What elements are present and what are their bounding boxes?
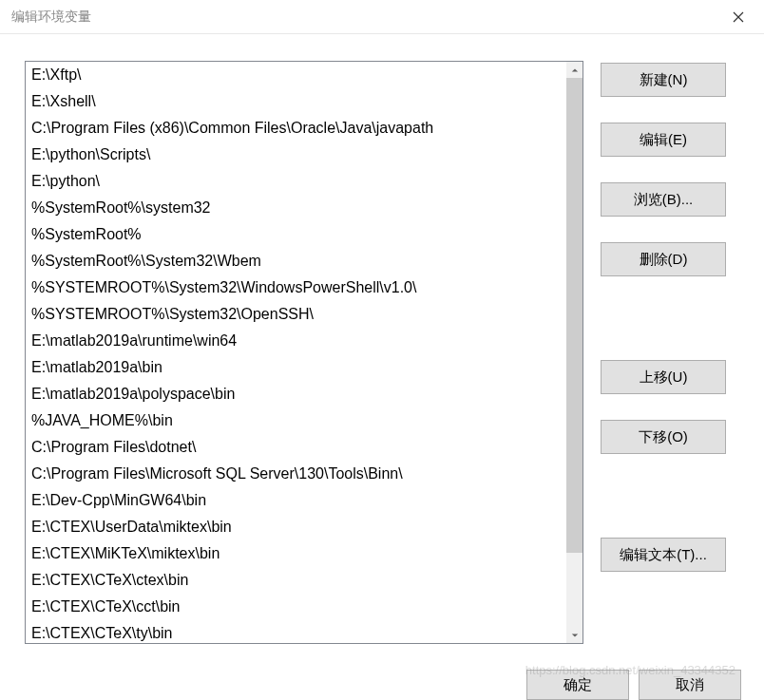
- list-item[interactable]: E:\CTEX\MiKTeX\miktex\bin: [26, 540, 566, 567]
- list-item[interactable]: E:\CTEX\CTeX\ty\bin: [26, 620, 566, 643]
- list-item[interactable]: C:\Program Files (x86)\Common Files\Orac…: [26, 115, 566, 142]
- list-item[interactable]: %JAVA_HOME%\bin: [26, 407, 566, 434]
- list-item[interactable]: E:\matlab2019a\runtime\win64: [26, 328, 566, 354]
- ok-button[interactable]: 确定: [526, 670, 629, 700]
- edit-button[interactable]: 编辑(E): [601, 123, 726, 157]
- scrollbar-thumb[interactable]: [566, 78, 583, 553]
- list-item[interactable]: C:\Program Files\dotnet\: [26, 434, 566, 461]
- list-item[interactable]: C:\Program Files\Microsoft SQL Server\13…: [26, 461, 566, 487]
- dialog-title: 编辑环境变量: [11, 9, 91, 26]
- list-item[interactable]: E:\Xftp\: [26, 62, 566, 88]
- cancel-button[interactable]: 取消: [639, 670, 741, 700]
- list-item[interactable]: E:\matlab2019a\bin: [26, 354, 566, 381]
- list-item[interactable]: %SystemRoot%\system32: [26, 195, 566, 221]
- path-listbox[interactable]: E:\Xftp\E:\Xshell\C:\Program Files (x86)…: [25, 61, 583, 644]
- move-down-button[interactable]: 下移(O): [601, 420, 726, 454]
- list-item[interactable]: E:\CTEX\CTeX\ctex\bin: [26, 567, 566, 594]
- move-up-button[interactable]: 上移(U): [601, 360, 726, 394]
- list-item[interactable]: %SYSTEMROOT%\System32\OpenSSH\: [26, 301, 566, 328]
- close-button[interactable]: [726, 5, 751, 29]
- list-item[interactable]: E:\CTEX\UserData\miktex\bin: [26, 514, 566, 540]
- list-item[interactable]: E:\Dev-Cpp\MinGW64\bin: [26, 487, 566, 514]
- titlebar: 编辑环境变量: [0, 0, 764, 34]
- edit-env-var-dialog: 编辑环境变量 E:\Xftp\E:\Xshell\C:\Program File…: [0, 0, 764, 700]
- new-button[interactable]: 新建(N): [601, 63, 726, 97]
- list-item[interactable]: %SYSTEMROOT%\System32\WindowsPowerShell\…: [26, 274, 566, 301]
- list-viewport: E:\Xftp\E:\Xshell\C:\Program Files (x86)…: [26, 62, 566, 643]
- list-item[interactable]: E:\Xshell\: [26, 88, 566, 115]
- scrollbar[interactable]: [566, 62, 583, 643]
- dialog-footer: 确定 取消: [0, 662, 764, 700]
- delete-button[interactable]: 删除(D): [601, 242, 726, 276]
- list-item[interactable]: %SystemRoot%\System32\Wbem: [26, 248, 566, 274]
- button-column: 新建(N) 编辑(E) 浏览(B)... 删除(D) 上移(U) 下移(O) 编…: [601, 61, 743, 653]
- dialog-content: E:\Xftp\E:\Xshell\C:\Program Files (x86)…: [0, 34, 764, 662]
- list-item[interactable]: E:\CTEX\CTeX\cct\bin: [26, 594, 566, 620]
- scroll-down-button[interactable]: [566, 627, 583, 643]
- chevron-down-icon: [571, 632, 579, 639]
- list-item[interactable]: %SystemRoot%: [26, 221, 566, 248]
- edit-text-button[interactable]: 编辑文本(T)...: [601, 538, 726, 572]
- close-icon: [733, 11, 744, 23]
- list-item[interactable]: E:\matlab2019a\polyspace\bin: [26, 381, 566, 407]
- chevron-up-icon: [571, 66, 579, 74]
- list-item[interactable]: E:\python\: [26, 168, 566, 195]
- browse-button[interactable]: 浏览(B)...: [601, 182, 726, 217]
- scroll-up-button[interactable]: [566, 62, 583, 78]
- list-item[interactable]: E:\python\Scripts\: [26, 142, 566, 168]
